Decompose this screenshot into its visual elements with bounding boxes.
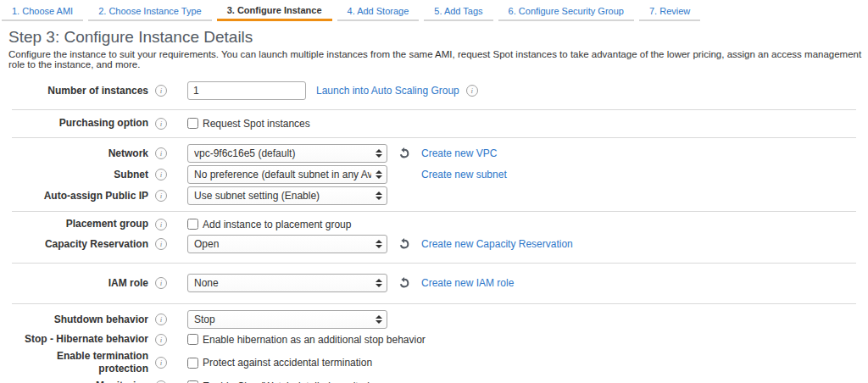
subnet-label: Subnet xyxy=(12,169,148,181)
tab-add-storage[interactable]: 4. Add Storage xyxy=(337,3,420,21)
info-icon[interactable]: i xyxy=(155,277,167,289)
info-icon[interactable]: i xyxy=(155,85,167,97)
number-of-instances-input[interactable] xyxy=(187,81,306,100)
info-icon[interactable]: i xyxy=(155,334,167,346)
create-new-capacity-reservation-link[interactable]: Create new Capacity Reservation xyxy=(421,238,573,250)
protect-accidental-termination-label: Protect against accidental termination xyxy=(203,357,372,369)
number-of-instances-label: Number of instances xyxy=(12,85,148,97)
auto-assign-public-ip-select-value: Use subnet setting (Enable) xyxy=(194,190,371,202)
info-icon[interactable]: i xyxy=(155,169,167,180)
add-instance-to-placement-group-checkbox[interactable] xyxy=(187,219,198,230)
tab-configure-security-group[interactable]: 6. Configure Security Group xyxy=(498,3,634,21)
info-icon[interactable]: i xyxy=(155,380,167,383)
placement-group-label: Placement group xyxy=(12,218,148,230)
info-icon[interactable]: i xyxy=(155,314,167,325)
shutdown-behavior-select[interactable]: Stop xyxy=(187,310,387,329)
select-arrows-icon xyxy=(376,315,382,324)
enable-hibernation-checkbox[interactable] xyxy=(187,334,198,345)
shutdown-behavior-label: Shutdown behavior xyxy=(12,314,148,326)
auto-assign-public-ip-label: Auto-assign Public IP xyxy=(12,190,148,203)
create-new-subnet-link[interactable]: Create new subnet xyxy=(421,169,507,180)
select-arrows-icon xyxy=(376,192,382,200)
shutdown-behavior-select-value: Stop xyxy=(194,314,371,325)
capacity-reservation-select-value: Open xyxy=(194,238,371,250)
select-arrows-icon xyxy=(376,170,382,179)
purchasing-option-label: Purchasing option xyxy=(12,117,148,130)
info-icon[interactable]: i xyxy=(155,357,167,369)
refresh-icon[interactable] xyxy=(398,237,411,251)
create-new-vpc-link[interactable]: Create new VPC xyxy=(421,147,497,159)
auto-assign-public-ip-select[interactable]: Use subnet setting (Enable) xyxy=(187,186,387,205)
launch-into-auto-scaling-group-link[interactable]: Launch into Auto Scaling Group xyxy=(316,85,459,97)
request-spot-instances-checkbox[interactable] xyxy=(187,118,198,129)
tab-choose-ami[interactable]: 1. Choose AMI xyxy=(2,3,83,21)
create-new-iam-role-link[interactable]: Create new IAM role xyxy=(421,277,514,289)
subnet-select-value: No preference (default subnet in any Ava… xyxy=(194,169,371,180)
info-icon[interactable]: i xyxy=(466,85,478,97)
info-icon[interactable]: i xyxy=(155,190,167,202)
tab-add-tags[interactable]: 5. Add Tags xyxy=(424,3,492,21)
enable-hibernation-label: Enable hibernation as an additional stop… xyxy=(203,334,426,346)
info-icon[interactable]: i xyxy=(155,219,167,230)
iam-role-select-value: None xyxy=(194,277,371,289)
iam-role-label: IAM role xyxy=(12,277,148,290)
monitoring-label: Monitoring xyxy=(12,380,148,383)
select-arrows-icon xyxy=(376,279,382,287)
network-select[interactable]: vpc-9f6c16e5 (default) xyxy=(187,144,387,163)
add-instance-to-placement-group-label: Add instance to placement group xyxy=(203,219,351,230)
page-title: Step 3: Configure Instance Details xyxy=(8,28,868,47)
info-icon[interactable]: i xyxy=(155,238,167,250)
select-arrows-icon xyxy=(376,240,382,248)
refresh-icon[interactable] xyxy=(398,276,411,290)
protect-accidental-termination-checkbox[interactable] xyxy=(187,358,198,369)
network-label: Network xyxy=(12,147,148,160)
enable-cloudwatch-monitoring-label: Enable CloudWatch detailed monitoring xyxy=(203,380,381,383)
info-icon[interactable]: i xyxy=(155,118,167,130)
select-arrows-icon xyxy=(376,149,382,158)
page-subtitle: Configure the instance to suit your requ… xyxy=(8,49,868,69)
info-icon[interactable]: i xyxy=(155,147,167,159)
tab-configure-instance[interactable]: 3. Configure Instance xyxy=(217,3,332,21)
enable-termination-protection-label: Enable termination protection xyxy=(12,350,148,375)
wizard-step-tabs: 1. Choose AMI 2. Choose Instance Type 3.… xyxy=(0,3,868,21)
tab-review[interactable]: 7. Review xyxy=(639,3,700,21)
refresh-icon[interactable] xyxy=(398,147,411,160)
request-spot-instances-label: Request Spot instances xyxy=(203,118,310,130)
capacity-reservation-label: Capacity Reservation xyxy=(12,238,148,251)
network-select-value: vpc-9f6c16e5 (default) xyxy=(194,147,371,159)
configure-instance-form: Number of instances i Launch into Auto S… xyxy=(12,76,856,383)
subnet-select[interactable]: No preference (default subnet in any Ava… xyxy=(187,165,387,184)
iam-role-select[interactable]: None xyxy=(187,274,387,292)
tab-choose-instance-type[interactable]: 2. Choose Instance Type xyxy=(88,3,212,21)
stop-hibernate-behavior-label: Stop - Hibernate behavior xyxy=(12,333,148,346)
capacity-reservation-select[interactable]: Open xyxy=(187,235,387,253)
